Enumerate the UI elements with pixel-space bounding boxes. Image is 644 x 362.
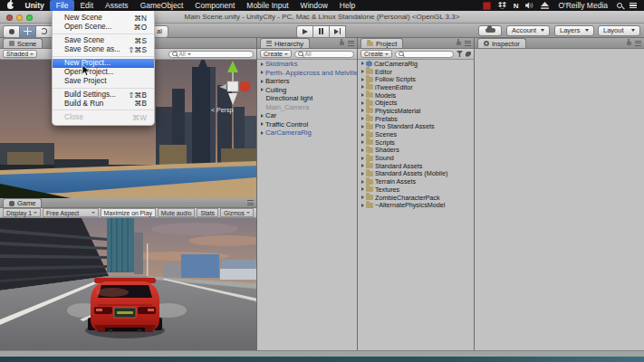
- project-item[interactable]: Scripts: [358, 138, 474, 147]
- project-search-input[interactable]: [395, 51, 454, 58]
- dropbox-status-icon[interactable]: [498, 2, 506, 9]
- project-item[interactable]: Editor: [358, 68, 474, 76]
- disclosure-icon[interactable]: [361, 85, 364, 89]
- menu-item-save-scene-as[interactable]: Save Scene as...⇧⌘S: [53, 45, 154, 54]
- hierarchy-create-button[interactable]: Create: [260, 50, 292, 58]
- disclosure-icon[interactable]: [361, 148, 364, 152]
- move-tool-button[interactable]: [19, 25, 36, 38]
- menubar-item-component[interactable]: Component: [189, 0, 241, 11]
- hierarchy-item[interactable]: Main_Camera: [257, 103, 357, 112]
- project-item[interactable]: Follow Scripts: [358, 75, 474, 83]
- project-item[interactable]: Standard Assets: [358, 162, 474, 170]
- menu-item-build-and-run[interactable]: Build & Run⌘B: [53, 100, 154, 109]
- project-item[interactable]: CarCameraRig: [358, 60, 474, 68]
- menubar-item-file[interactable]: File: [50, 0, 74, 11]
- stats-toggle[interactable]: Stats: [197, 208, 218, 217]
- eject-status-icon[interactable]: [541, 2, 549, 9]
- maximize-on-play-toggle[interactable]: Maximize on Play: [101, 208, 156, 217]
- lock-icon[interactable]: [340, 42, 344, 45]
- menu-item-save-scene[interactable]: Save Scene⌘S: [53, 36, 154, 45]
- cloud-services-button[interactable]: [478, 25, 502, 36]
- gizmo-cube[interactable]: [227, 81, 238, 91]
- disclosure-icon[interactable]: [361, 204, 364, 207]
- spotlight-search-icon[interactable]: [617, 3, 622, 8]
- project-item[interactable]: Models: [358, 91, 474, 100]
- disclosure-icon[interactable]: [361, 109, 364, 112]
- project-item[interactable]: Shaders: [358, 147, 474, 155]
- hierarchy-search-input[interactable]: All: [294, 51, 354, 58]
- menubar-item-window[interactable]: Window: [294, 0, 333, 11]
- hierarchy-item[interactable]: CarCameraRig: [257, 129, 357, 138]
- menu-item-open-scene[interactable]: Open Scene...⌘O: [53, 23, 154, 32]
- persp-label[interactable]: < Persp: [211, 107, 233, 114]
- hierarchy-item[interactable]: Car: [257, 111, 357, 120]
- display-dropdown[interactable]: Display 1: [3, 208, 41, 217]
- hierarchy-item[interactable]: Perth- Applecross and Melville: [257, 69, 357, 78]
- disclosure-icon[interactable]: [361, 70, 364, 73]
- project-item[interactable]: Objects: [358, 99, 474, 107]
- play-button[interactable]: [296, 25, 313, 38]
- disclosure-icon[interactable]: [261, 122, 264, 126]
- project-create-button[interactable]: Create: [360, 50, 392, 58]
- search-by-type-icon[interactable]: [457, 51, 463, 57]
- disclosure-icon[interactable]: [261, 131, 264, 135]
- disclosure-icon[interactable]: [361, 101, 364, 105]
- apple-menu-icon[interactable]: [7, 2, 14, 9]
- tab-game[interactable]: Game: [3, 198, 42, 207]
- oreilly-media-menu[interactable]: O'Reilly Media: [556, 0, 610, 11]
- hierarchy-item[interactable]: Directional light: [257, 94, 357, 103]
- lock-icon[interactable]: [627, 42, 631, 45]
- scene-search-input[interactable]: All: [168, 51, 254, 58]
- project-item[interactable]: PhysicsMaterial: [358, 107, 474, 115]
- search-by-label-icon[interactable]: [466, 52, 471, 57]
- volume-status-icon[interactable]: [525, 2, 533, 9]
- aspect-dropdown[interactable]: Free Aspect: [43, 208, 99, 217]
- menu-item-new-scene[interactable]: New Scene⌘N: [53, 14, 154, 23]
- notification-center-icon[interactable]: [630, 3, 637, 8]
- disclosure-icon[interactable]: [361, 140, 364, 144]
- project-item[interactable]: ZombieCharacterPack: [358, 194, 474, 202]
- menu-item-save-project[interactable]: Save Project: [53, 77, 154, 86]
- disclosure-icon[interactable]: [361, 93, 364, 97]
- disclosure-icon[interactable]: [361, 187, 364, 191]
- mute-audio-toggle[interactable]: Mute audio: [158, 208, 196, 217]
- panel-menu-icon[interactable]: [635, 41, 641, 46]
- disclosure-icon[interactable]: [361, 117, 364, 120]
- panel-menu-icon[interactable]: [465, 41, 471, 46]
- disclosure-icon[interactable]: [261, 114, 264, 118]
- disclosure-icon[interactable]: [361, 157, 364, 160]
- rotate-tool-button[interactable]: [35, 25, 53, 38]
- panel-menu-icon[interactable]: [247, 200, 254, 205]
- disclosure-icon[interactable]: [361, 164, 364, 167]
- tab-inspector[interactable]: Inspector: [477, 38, 526, 48]
- menubar-item-help[interactable]: Help: [333, 0, 360, 11]
- disclosure-icon[interactable]: [361, 133, 364, 137]
- tab-hierarchy[interactable]: Hierarchy: [260, 38, 310, 48]
- panel-menu-icon[interactable]: [348, 41, 354, 46]
- menubar-item-mobile-input[interactable]: Mobile Input: [241, 0, 294, 11]
- recording-status-icon[interactable]: [483, 2, 491, 10]
- disclosure-icon[interactable]: [361, 172, 364, 176]
- disclosure-icon[interactable]: [361, 195, 364, 199]
- pause-button[interactable]: [312, 25, 330, 38]
- disclosure-icon[interactable]: [261, 71, 264, 74]
- disclosure-icon[interactable]: [361, 62, 364, 65]
- disclosure-icon[interactable]: [261, 80, 264, 83]
- layout-dropdown[interactable]: Layout: [598, 25, 640, 36]
- menu-item-open-project[interactable]: Open Project...: [53, 68, 154, 77]
- tab-project[interactable]: Project: [360, 38, 403, 48]
- hierarchy-item[interactable]: Skidmarks: [257, 60, 357, 69]
- project-item[interactable]: ~AlternatePhysicsModel: [358, 201, 474, 209]
- layers-dropdown[interactable]: Layers: [554, 25, 594, 36]
- gizmos-dropdown[interactable]: Gizmos: [220, 208, 254, 217]
- account-dropdown[interactable]: Account: [506, 25, 550, 36]
- project-item[interactable]: Sound: [358, 154, 474, 162]
- adobe-status-icon[interactable]: N: [514, 2, 519, 10]
- project-item[interactable]: Pro Standard Assets: [358, 123, 474, 131]
- project-item[interactable]: Terrain Assets: [358, 177, 474, 186]
- menubar-item-unity[interactable]: Unity: [19, 0, 50, 11]
- tab-scene[interactable]: Scene: [3, 38, 43, 48]
- hierarchy-item[interactable]: Barriers: [257, 77, 357, 86]
- shading-mode-dropdown[interactable]: Shaded: [3, 50, 37, 58]
- step-button[interactable]: [329, 25, 346, 38]
